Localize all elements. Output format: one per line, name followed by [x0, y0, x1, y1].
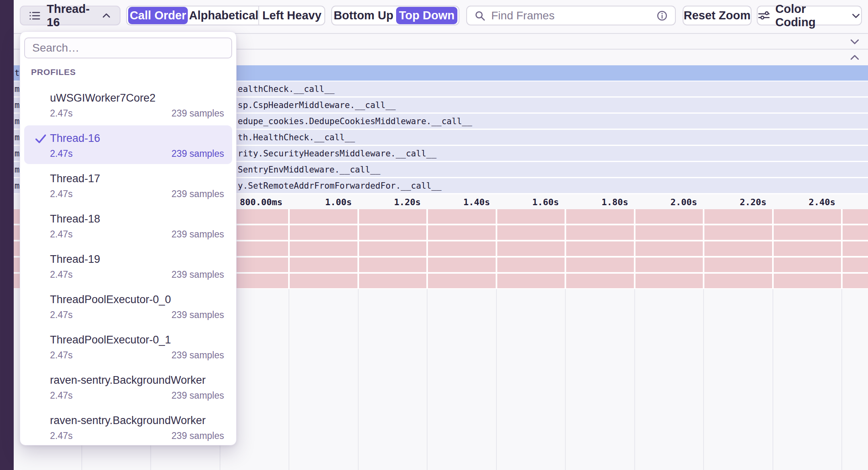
- tab-top-down[interactable]: Top Down: [396, 7, 457, 24]
- gridline: [565, 209, 566, 289]
- profile-duration: 2.47s: [50, 108, 73, 119]
- profile-samples: 239 samples: [172, 108, 224, 119]
- flame-frame-left-char: m: [15, 116, 20, 126]
- profile-samples: 239 samples: [172, 430, 224, 441]
- profile-samples: 239 samples: [172, 189, 224, 200]
- profile-name: raven-sentry.BackgroundWorker: [50, 374, 224, 387]
- flame-frame-text: SentryEnvMiddleware.__call__: [238, 165, 380, 175]
- profile-duration: 2.47s: [50, 269, 73, 280]
- tab-alphabetical[interactable]: Alphabetical: [189, 6, 258, 25]
- collapse-chevron-down-icon[interactable]: [849, 35, 861, 48]
- thread-selector-label: Thread-16: [47, 2, 95, 29]
- profile-samples: 239 samples: [172, 269, 224, 280]
- axis-tick-label: 1.40s: [463, 197, 490, 207]
- chevron-up-icon: [101, 10, 112, 21]
- axis-tick-label: 2.40s: [809, 197, 835, 207]
- check-icon: [34, 132, 48, 146]
- profile-meta: 2.47s239 samples: [50, 148, 224, 159]
- profile-option[interactable]: Thread-192.47s239 samples: [20, 245, 236, 286]
- sort-order-tabs: Call Order Alphabetical Left Heavy: [126, 6, 325, 25]
- sliders-icon: [758, 9, 770, 22]
- flame-frame-left-char: m: [15, 84, 20, 94]
- profile-meta: 2.47s239 samples: [50, 229, 224, 240]
- profile-meta: 2.47s239 samples: [50, 390, 224, 401]
- profile-name: ThreadPoolExecutor-0_1: [50, 333, 224, 346]
- flame-frame-left-char: m: [15, 165, 20, 175]
- profile-duration: 2.47s: [50, 390, 73, 401]
- tab-call-order[interactable]: Call Order: [128, 7, 188, 24]
- tab-bottom-up[interactable]: Bottom Up: [332, 6, 395, 25]
- gridline: [496, 209, 497, 289]
- flame-frame-left-char: m: [15, 181, 20, 191]
- info-icon[interactable]: [656, 10, 668, 21]
- gridline: [427, 289, 428, 470]
- axis-tick-label: 2.00s: [671, 197, 697, 207]
- profile-option[interactable]: Thread-172.47s239 samples: [20, 165, 236, 205]
- profile-samples: 239 samples: [172, 390, 224, 401]
- profile-option[interactable]: uWSGIWorker7Core22.47s239 samples: [20, 84, 236, 125]
- reset-zoom-label: Reset Zoom: [684, 9, 751, 22]
- profile-option[interactable]: Thread-162.47s239 samples: [20, 125, 236, 165]
- profile-duration: 2.47s: [50, 229, 73, 240]
- list-icon: [29, 10, 41, 22]
- gridline: [703, 209, 704, 289]
- gridline: [288, 209, 290, 289]
- profiles-section-label: PROFILES: [31, 67, 76, 77]
- dropdown-search-input[interactable]: [32, 42, 224, 54]
- gridline: [634, 209, 635, 289]
- profile-duration: 2.47s: [50, 430, 73, 441]
- profile-dropdown: PROFILES uWSGIWorker7Core22.47s239 sampl…: [20, 31, 237, 445]
- gridline: [634, 289, 635, 470]
- flame-frame-text: sp.CspHeaderMiddleware.__call__: [238, 100, 396, 110]
- profiles-list: uWSGIWorker7Core22.47s239 samplesThread-…: [20, 84, 236, 447]
- gridline: [703, 289, 704, 470]
- profile-option[interactable]: ThreadPoolExecutor-0_02.47s239 samples: [20, 286, 236, 326]
- profile-duration: 2.47s: [50, 350, 73, 361]
- flame-frame-text: rity.SecurityHeadersMiddleware.__call__: [238, 149, 436, 158]
- color-coding-label: Color Coding: [775, 2, 845, 29]
- profile-option[interactable]: raven-sentry.BackgroundWorker2.47s239 sa…: [20, 366, 236, 407]
- profile-duration: 2.47s: [50, 148, 73, 159]
- profile-name: uWSGIWorker7Core2: [50, 92, 224, 104]
- gridline: [358, 289, 359, 470]
- flame-frame-text: y.SetRemoteAddrFromForwardedFor.__call__: [238, 181, 442, 191]
- flame-frame-left-char: m: [15, 149, 20, 158]
- profile-name: raven-sentry.BackgroundWorker: [50, 414, 224, 427]
- collapse-chevron-up-icon[interactable]: [849, 52, 861, 64]
- flame-frame-text: t: [15, 68, 20, 78]
- profile-option[interactable]: Thread-182.47s239 samples: [20, 205, 236, 245]
- gridline: [772, 289, 773, 470]
- chevron-down-icon: [851, 10, 861, 21]
- profile-samples: 239 samples: [172, 310, 224, 320]
- gridline: [841, 209, 843, 289]
- profile-meta: 2.47s239 samples: [50, 310, 224, 320]
- find-frames-input[interactable]: [491, 9, 651, 22]
- tab-left-heavy[interactable]: Left Heavy: [259, 6, 324, 25]
- thread-selector-button[interactable]: Thread-16: [20, 6, 120, 25]
- axis-tick-label: 1.60s: [532, 197, 559, 207]
- profile-name: Thread-17: [50, 172, 224, 185]
- color-coding-button[interactable]: Color Coding: [757, 6, 862, 25]
- axis-tick-label: 2.20s: [740, 197, 766, 207]
- axis-tick-label: 1.20s: [394, 197, 421, 207]
- profile-samples: 239 samples: [172, 350, 224, 361]
- profile-name: Thread-16: [50, 132, 224, 145]
- profile-option[interactable]: ThreadPoolExecutor-0_12.47s239 samples: [20, 326, 236, 366]
- dropdown-search-box: [24, 37, 232, 58]
- profile-samples: 239 samples: [172, 148, 224, 159]
- profile-option[interactable]: raven-sentry.BackgroundWorker2.47s239 sa…: [20, 407, 236, 447]
- profile-meta: 2.47s239 samples: [50, 189, 224, 200]
- profile-name: Thread-19: [50, 253, 224, 266]
- profiler-app: Thread-16 Call Order Alphabetical Left H…: [0, 0, 868, 470]
- profile-duration: 2.47s: [50, 310, 73, 320]
- profile-meta: 2.47s239 samples: [50, 430, 224, 441]
- axis-tick-label: 1.80s: [602, 197, 628, 207]
- axis-tick-label: 1.00s: [325, 197, 352, 207]
- reset-zoom-button[interactable]: Reset Zoom: [683, 6, 752, 25]
- gridline: [772, 209, 774, 289]
- flame-frame-text: th.HealthCheck.__call__: [238, 133, 355, 142]
- flame-frame-text: ealthCheck.__call__: [238, 84, 334, 94]
- direction-tabs: Bottom Up Top Down: [331, 6, 459, 25]
- flame-frame-left-char: m: [15, 133, 20, 142]
- gridline: [841, 289, 842, 470]
